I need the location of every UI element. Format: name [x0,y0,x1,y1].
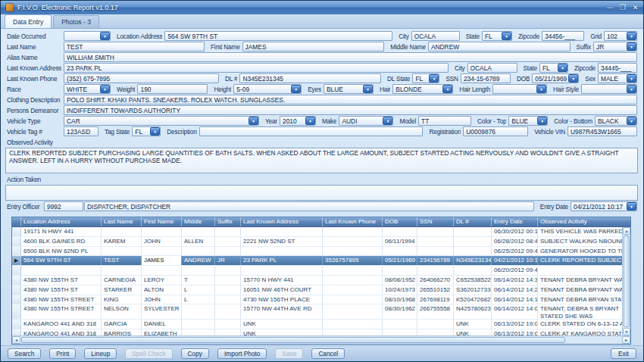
cell-observed-activity[interactable]: TENANT DEBRA BRYANT WAS UNABLE TO RE [538,286,622,295]
import-photo-button[interactable]: Import Photo [217,348,267,359]
cell-location-address[interactable]: 4380 NW 155TH STREET [21,295,102,304]
cell-last-name[interactable] [102,266,142,275]
dropdown-arrow-icon[interactable]: ▼ [429,74,439,83]
column-header-dl[interactable]: DL # [454,217,492,226]
persons-demeanor-input[interactable] [64,105,637,115]
cell-first-name[interactable]: JOHN [142,295,182,304]
cell-last-name[interactable] [102,247,142,256]
maximize-button[interactable]: ❐ [620,5,626,11]
column-header-first-name[interactable]: First Name [142,217,182,226]
cell-middle[interactable] [182,227,215,236]
dropdown-arrow-icon[interactable]: ▼ [627,32,636,40]
cell-observed-activity[interactable]: THIS VEHICLE WAS PARKED IN THE BP PARKI [538,227,622,236]
row-selector[interactable] [12,295,21,304]
column-header-middle[interactable]: Middle [182,217,215,226]
sex-combo[interactable]: MALE▼ [598,73,637,83]
search-button[interactable]: Search [8,348,41,359]
last-known-city-input[interactable] [467,63,517,73]
registration-input[interactable] [463,126,528,136]
hair-style-combo[interactable]: ▼ [581,84,637,94]
cell-entry-date[interactable]: 06/20/2012 09:43 [492,266,538,275]
cell-entry-date[interactable]: 06/30/2012 00:12 [492,227,538,236]
cell-dl[interactable]: S36201273384 [454,286,492,295]
cell-ssn[interactable]: 267698119 [417,295,454,304]
cell-observed-activity[interactable]: SUBJECT WALKING NBOUND ON GAINES RD [538,237,622,246]
cell-last-name[interactable]: GARCIA [102,320,142,329]
zipcode-input[interactable] [542,31,584,41]
cell-location-address[interactable]: 4380 NW 155TH ST [21,276,102,285]
row-selector[interactable] [12,329,21,335]
column-header-entry-date[interactable]: Entry Date [492,217,538,226]
cell-first-name[interactable]: JOHN [142,237,182,246]
cell-observed-activity[interactable] [538,266,622,275]
cell-dob[interactable] [383,320,417,329]
eyes-combo[interactable]: BLUE▼ [324,84,374,94]
row-selector[interactable] [12,304,21,319]
cell-ssn[interactable]: 265510152 [417,286,454,295]
cell-last-name[interactable]: KAREM [102,237,142,246]
race-combo[interactable]: WHITE▼ [64,84,111,94]
cell-observed-activity[interactable]: TENANT DEBRA BRYAN STATED SHE IS UNAB [538,295,622,304]
cell-first-name[interactable]: JAMES [142,256,182,265]
dropdown-arrow-icon[interactable]: ▼ [627,85,636,93]
cell-ssn[interactable]: 234156789 [417,256,454,265]
cell-last-name[interactable]: STARKER [102,286,142,295]
vehicle-type-combo[interactable]: CAR▼ [64,116,259,126]
last-known-state-combo[interactable]: FL▼ [539,63,568,73]
first-name-input[interactable] [242,42,385,51]
clothing-description-input[interactable] [64,95,637,105]
cell-last-known-phone[interactable] [323,247,383,256]
description-input[interactable] [199,126,424,136]
scroll-track[interactable] [566,336,622,344]
cell-dob[interactable]: 06/11/1994 [383,237,417,246]
cell-location-address[interactable]: 4600 BLK GAINES RD [21,237,102,246]
cell-last-known-address[interactable]: 23 PARK PL [241,256,323,265]
dl-number-input[interactable] [239,73,381,83]
table-row-7[interactable]: 4380 NW 155TH STSTARKERALTONL16051 NW 46… [12,286,622,295]
cell-middle[interactable]: L [182,286,215,295]
dropdown-arrow-icon[interactable]: ▼ [536,85,546,93]
cell-dl[interactable]: N425780623... [454,304,492,319]
table-row-4[interactable]: ▶564 SW 97TH STTESTJAMESANDREWJR23 PARK … [12,256,622,266]
row-selector[interactable] [12,286,21,295]
cell-dl[interactable]: N345E231345 [454,256,492,265]
cell-first-name[interactable]: DANIEL [142,320,182,329]
scroll-down-icon[interactable]: ▼ [623,328,630,335]
column-header-observed-activity[interactable]: Observed Activity [538,217,630,226]
cell-dob[interactable]: 05/21/1969 [383,256,417,265]
tab-photos[interactable]: Photos - 3 [53,15,99,28]
cell-first-name[interactable] [142,227,182,236]
lineup-button[interactable]: Lineup [84,348,117,359]
cell-suffix[interactable] [215,247,241,256]
table-row-2[interactable]: 4600 BLK GAINES RDKAREMJOHNALLEN2221 NW … [12,237,622,247]
observed-activity-textarea[interactable] [5,148,638,173]
suffix-combo[interactable]: JR▼ [593,42,637,51]
cell-location-address[interactable]: KANGAROO 441 AND 318 [21,320,102,329]
cell-last-known-address[interactable]: 4730 NW 156TH PLACE [241,295,323,304]
tag-state-combo[interactable]: FL▼ [132,126,161,136]
cell-dob[interactable] [383,227,417,236]
print-button[interactable]: Print [49,348,76,359]
cell-location-address[interactable]: 564 SW 97TH ST [21,256,102,265]
cell-ssn[interactable] [417,266,454,275]
dropdown-arrow-icon[interactable]: ▼ [100,32,110,40]
title-bar[interactable]: F.I.V.O. Electronic Report v1.0.17 — ❐ ✕ [1,1,643,14]
cell-last-name[interactable]: TEST [102,256,142,265]
height-combo[interactable]: 5-09▼ [233,84,302,94]
cell-middle[interactable] [182,247,215,256]
table-row-5[interactable]: 06/20/2012 09:43 [12,266,622,276]
column-header-ssn[interactable]: SSN [417,217,454,226]
cell-suffix[interactable] [215,276,241,285]
cell-last-name[interactable]: CARNEGIA [102,276,142,285]
vertical-scroll-thumb[interactable] [624,236,630,327]
cell-dl[interactable]: UNK [454,329,492,335]
last-known-phone-input[interactable] [64,73,219,83]
cell-ssn[interactable] [417,320,454,329]
cell-dl[interactable]: C6525385228... [454,276,492,285]
make-combo[interactable]: AUDI▼ [339,116,393,126]
cell-location-address[interactable] [21,266,102,275]
cell-ssn[interactable]: 266755558 [417,304,454,319]
dob-date-picker[interactable]: 05/21/1969▼ [532,73,579,83]
cell-first-name[interactable]: LEROY [142,276,182,285]
cell-middle[interactable]: L [182,295,215,304]
